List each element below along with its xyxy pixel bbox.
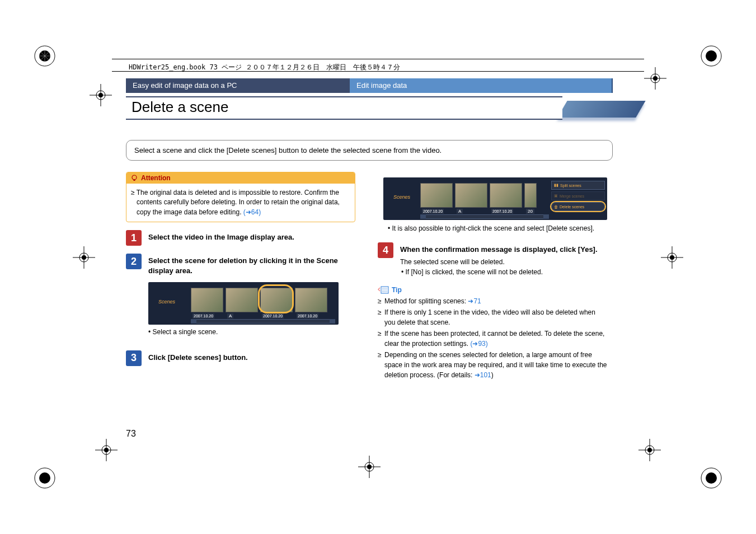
registration-mark-icon <box>700 45 722 67</box>
step-number: 3 <box>126 350 142 366</box>
right-column: Scenes 2007.10.20 A 2007.10.20 20 ▮▮Spli… <box>378 172 607 381</box>
tip-text-suffix: ) <box>491 371 494 379</box>
page-title-bar: Delete a scene <box>126 96 613 124</box>
delete-scenes-button[interactable]: 🗑Delete scenes <box>551 202 605 211</box>
merge-icon: ▣ <box>554 194 558 198</box>
scene-thumbnail[interactable]: 2007.10.20 <box>490 183 522 208</box>
svg-point-25 <box>647 448 652 452</box>
svg-point-13 <box>98 93 103 97</box>
svg-point-24 <box>645 446 654 455</box>
svg-point-9 <box>39 472 50 484</box>
summary-box: Select a scene and click the [Delete sce… <box>126 140 613 161</box>
tip-text: If there is only 1 scene in the video, t… <box>384 307 607 327</box>
svg-point-36 <box>365 462 374 471</box>
step-text: Select the scene for deletion by clickin… <box>148 254 355 276</box>
scrollbar[interactable] <box>420 214 549 219</box>
svg-point-1 <box>39 50 50 62</box>
scene-thumbnail[interactable]: 2007.10.20 <box>191 288 223 312</box>
thumbnail-strip: 2007.10.20 A 2007.10.20 2007.10.20 <box>191 288 327 312</box>
registration-mark-icon <box>34 467 56 489</box>
step-1: 1 Select the video in the Image display … <box>126 230 355 246</box>
svg-rect-41 <box>134 180 135 181</box>
header-rule <box>112 71 644 72</box>
crop-mark-icon <box>358 456 381 478</box>
step-number: 1 <box>126 230 142 246</box>
tip-header: Tip <box>378 286 607 294</box>
split-icon: ▮▮ <box>554 183 558 188</box>
bulb-icon <box>131 175 138 181</box>
tip-icon <box>378 286 389 294</box>
page-link[interactable]: (➜93) <box>470 340 487 348</box>
scene-thumbnail[interactable]: 2007.10.20 <box>260 288 293 312</box>
svg-point-10 <box>701 468 721 488</box>
scenes-label: Scenes <box>158 299 175 305</box>
tip-text: Method for splitting scenes: <box>384 297 468 305</box>
step-number: 4 <box>378 242 393 258</box>
svg-point-7 <box>706 50 717 62</box>
step-text: Select the video in the Image display ar… <box>148 230 294 246</box>
attention-box: Attention ≥ The original data is deleted… <box>126 172 355 222</box>
scene-thumbnail[interactable]: A <box>455 183 487 208</box>
page-number: 73 <box>126 429 136 439</box>
bullet-icon: ≥ <box>378 307 381 327</box>
scenes-label: Scenes <box>393 194 410 200</box>
page-title: Delete a scene <box>132 99 228 116</box>
svg-point-12 <box>96 91 105 100</box>
action-panel: ▮▮Split scenes ▣Merge scenes 🗑Delete sce… <box>551 181 605 211</box>
svg-point-8 <box>35 468 55 488</box>
svg-point-32 <box>668 253 677 262</box>
registration-mark-icon <box>34 45 56 67</box>
svg-point-21 <box>104 448 109 452</box>
page-link[interactable]: ➜101 <box>475 371 491 379</box>
tab-section: Easy edit of image data on a PC <box>126 78 350 93</box>
merge-scenes-button[interactable]: ▣Merge scenes <box>551 191 605 200</box>
step-3: 3 Click [Delete scenes] button. <box>126 350 355 366</box>
svg-point-29 <box>82 255 86 260</box>
attention-text: The original data is deleted and is impo… <box>137 189 340 216</box>
thumbnail-date: 2007.10.20 <box>262 313 284 318</box>
thumbnail-date: 2007.10.20 <box>422 209 444 214</box>
step-number: 2 <box>126 254 142 269</box>
scroll-right-button[interactable] <box>330 319 335 324</box>
tip-text: If the scene has been protected, it cann… <box>384 330 604 348</box>
svg-point-17 <box>653 76 658 81</box>
registration-mark-icon <box>700 467 722 489</box>
attention-header: Attention <box>126 172 355 184</box>
scrollbar[interactable] <box>191 319 335 324</box>
crop-mark-icon <box>661 246 683 269</box>
step-text: When the confirmation message is display… <box>400 242 598 255</box>
svg-point-33 <box>670 255 674 260</box>
step-note: • Select a single scene. <box>148 328 355 336</box>
tip-text: Depending on the scenes selected for del… <box>384 351 607 379</box>
svg-line-3 <box>39 50 50 62</box>
attention-label: Attention <box>141 174 171 182</box>
tip-body: ≥Method for splitting scenes: ➜71 ≥If th… <box>378 296 607 380</box>
step-text: Click [Delete scenes] button. <box>148 350 248 366</box>
thumbnail-date: 2007.10.20 <box>491 209 513 214</box>
scroll-left-button[interactable] <box>420 214 426 219</box>
section-tabs: Easy edit of image data on a PC Edit ima… <box>126 78 613 93</box>
thumbnail-date: 2007.10.20 <box>297 313 318 318</box>
svg-point-40 <box>132 175 137 180</box>
scroll-right-button[interactable] <box>543 214 549 219</box>
thumbnail-strip: 2007.10.20 A 2007.10.20 20 <box>420 183 537 208</box>
crop-mark-icon <box>644 67 666 90</box>
svg-line-2 <box>39 50 50 62</box>
left-column: Attention ≥ The original data is deleted… <box>126 172 355 381</box>
bullet-icon: ≥ <box>378 350 381 380</box>
split-scenes-button[interactable]: ▮▮Split scenes <box>551 181 605 190</box>
tip-label: Tip <box>392 286 402 294</box>
svg-point-16 <box>651 74 660 83</box>
trash-icon: 🗑 <box>554 205 558 209</box>
page-link[interactable]: ➜71 <box>468 297 481 305</box>
scene-thumbnail[interactable]: 2007.10.20 <box>420 183 453 208</box>
scene-thumbnail[interactable]: 2007.10.20 <box>295 288 327 312</box>
header-rule <box>112 59 644 59</box>
page-link[interactable]: (➜64) <box>243 208 261 216</box>
tab-subsection: Edit image data <box>350 78 613 93</box>
scene-thumbnail[interactable]: A <box>226 288 258 312</box>
scroll-left-button[interactable] <box>191 319 196 324</box>
scene-thumbnail[interactable]: 20 <box>524 183 537 208</box>
svg-point-11 <box>706 472 717 484</box>
thumbnail-badge: A <box>227 313 233 318</box>
